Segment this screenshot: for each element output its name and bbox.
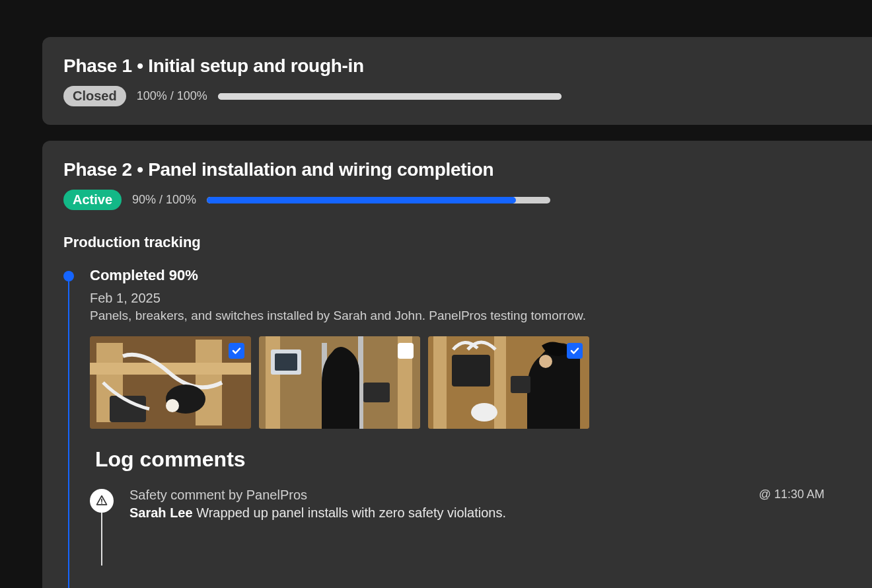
- phase-1-title: Phase 1 • Initial setup and rough-in: [63, 55, 851, 77]
- comment-meta: Safety comment by PanelPros: [129, 488, 743, 503]
- entry-title: Completed 90%: [90, 267, 851, 284]
- comment-timestamp: @ 11:30 AM: [759, 488, 851, 501]
- photo-thumbnail[interactable]: [259, 336, 420, 429]
- photo-thumbnail[interactable]: [90, 336, 251, 429]
- entry-date: Feb 1, 2025: [90, 291, 851, 306]
- phase-1-progress-text: 100% / 100%: [137, 89, 207, 103]
- comment-message: Wrapped up panel installs with zero safe…: [196, 505, 506, 520]
- svg-rect-16: [363, 383, 390, 402]
- comment-row: Safety comment by PanelPros Sarah Lee Wr…: [90, 488, 851, 521]
- comment-timeline-line: [101, 513, 102, 566]
- svg-rect-13: [275, 353, 297, 371]
- phase-2-status-badge: Active: [63, 190, 122, 210]
- photo-thumbnail[interactable]: [428, 336, 589, 429]
- safety-warning-icon: [90, 489, 114, 513]
- phase-1-card: Phase 1 • Initial setup and rough-in Clo…: [42, 37, 872, 125]
- phase-2-status-row: Active 90% / 100%: [63, 190, 851, 210]
- phase-1-progress-bar: [218, 93, 562, 100]
- phase-1-progress-fill: [218, 93, 562, 100]
- svg-rect-24: [511, 376, 530, 393]
- photo-checkbox[interactable]: [398, 343, 414, 359]
- phase-1-status-row: Closed 100% / 100%: [63, 86, 851, 106]
- timeline: Completed 90% Feb 1, 2025 Panels, breake…: [63, 267, 851, 521]
- svg-point-7: [166, 399, 179, 412]
- phase-2-title: Phase 2 • Panel installation and wiring …: [63, 159, 851, 180]
- photo-checkbox[interactable]: [567, 343, 583, 359]
- phase-2-progress-text: 90% / 100%: [132, 193, 196, 207]
- comment-body: Safety comment by PanelPros Sarah Lee Wr…: [129, 488, 743, 521]
- entry-description: Panels, breakers, and switches installed…: [90, 309, 851, 323]
- phase-2-progress-bar: [207, 197, 550, 203]
- svg-rect-21: [452, 355, 490, 386]
- comment-text: Sarah Lee Wrapped up panel installs with…: [129, 505, 743, 521]
- svg-point-23: [539, 355, 552, 368]
- production-tracking-heading: Production tracking: [63, 234, 851, 251]
- phase-2-card: Phase 2 • Panel installation and wiring …: [42, 141, 872, 588]
- phase-1-status-badge: Closed: [63, 86, 126, 106]
- photo-row: [90, 336, 851, 429]
- phase-2-progress-fill: [207, 197, 516, 203]
- timeline-line: [68, 281, 69, 588]
- photo-checkbox[interactable]: [229, 343, 244, 359]
- svg-point-26: [101, 503, 102, 504]
- comment-author: Sarah Lee: [129, 505, 193, 520]
- svg-point-22: [471, 403, 497, 422]
- log-comments-heading: Log comments: [95, 447, 851, 472]
- timeline-dot-icon: [63, 271, 74, 281]
- svg-rect-19: [433, 336, 447, 429]
